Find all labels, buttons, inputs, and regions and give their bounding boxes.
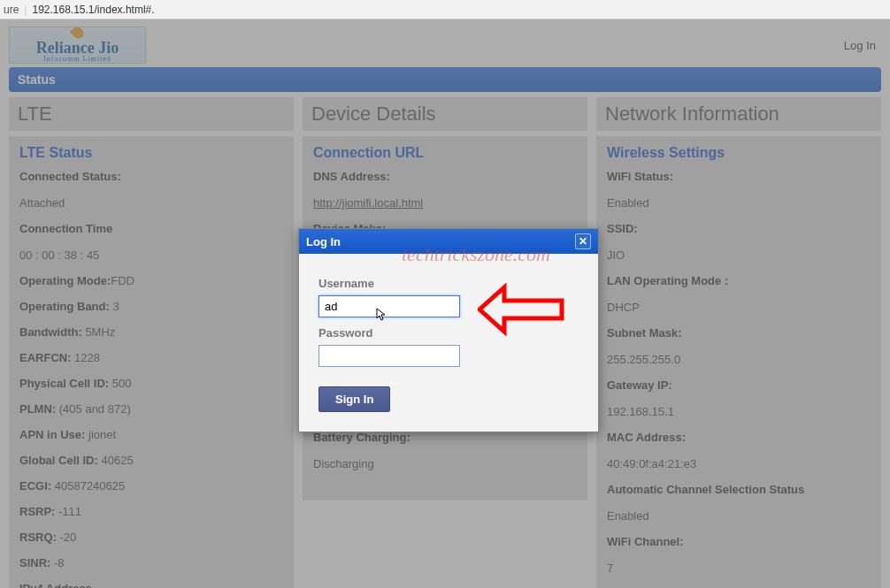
signin-button[interactable]: Sign In: [318, 386, 390, 412]
modal-titlebar: Log In ✕: [299, 229, 598, 254]
close-button[interactable]: ✕: [575, 233, 591, 249]
password-input[interactable]: [318, 345, 460, 367]
password-label: Password: [318, 326, 579, 340]
address-bar[interactable]: ure | 192.168.15.1/index.html#.: [0, 0, 890, 19]
url-text[interactable]: 192.168.15.1/index.html#.: [32, 4, 154, 16]
close-icon: ✕: [579, 235, 587, 248]
username-label: Username: [318, 277, 579, 290]
login-modal: Log In ✕ Username Password Sign In: [298, 228, 599, 432]
modal-title: Log In: [306, 235, 341, 248]
separator: |: [24, 4, 27, 16]
security-indicator: ure: [4, 4, 19, 16]
username-input[interactable]: [318, 295, 460, 317]
